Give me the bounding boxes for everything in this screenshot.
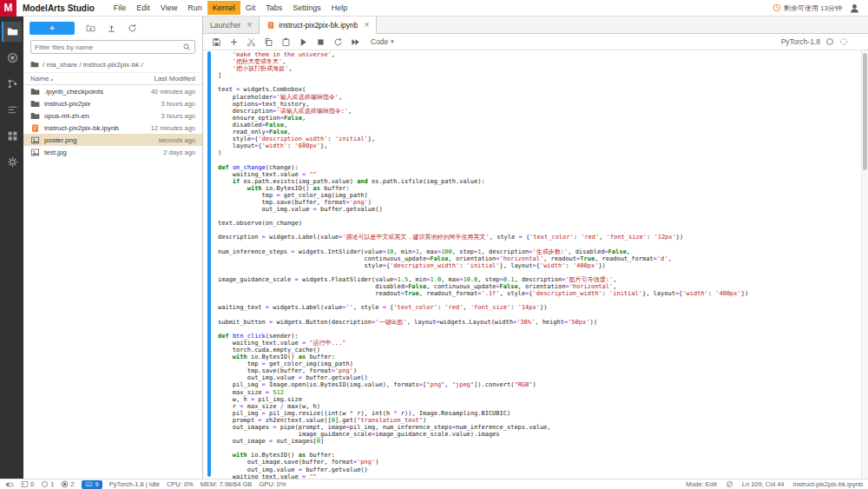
activity-extension-manager[interactable]: [2, 126, 22, 146]
kernel-idle-icon[interactable]: [825, 37, 834, 46]
breadcrumb[interactable]: / ma_share / instruct-pix2pix-bk /: [23, 57, 202, 72]
editor-mode[interactable]: Mode: Edit: [686, 480, 717, 488]
tab-bar: Launcher×instruct-pix2pix-bk.ipynb×: [203, 17, 868, 34]
activity-table-of-contents[interactable]: [2, 100, 22, 120]
user-icon[interactable]: [849, 3, 860, 14]
cell-collapser[interactable]: [207, 51, 211, 477]
toc-icon: [7, 104, 18, 116]
restart-button[interactable]: [331, 36, 345, 49]
menu-view[interactable]: View: [155, 1, 182, 15]
status-terminals[interactable]: 0: [21, 480, 34, 488]
file-row[interactable]: test.jpg2 days ago: [23, 146, 202, 158]
file-row[interactable]: poster.pngseconds ago: [23, 134, 202, 146]
save-icon: [212, 37, 221, 47]
file-browser-toolbar: +: [23, 17, 202, 38]
running-icon: [61, 480, 69, 488]
search-icon: [182, 43, 191, 51]
insert-below-icon: [229, 37, 239, 47]
run-button[interactable]: [296, 36, 310, 49]
close-icon[interactable]: ×: [364, 21, 369, 30]
interrupt-icon: [316, 37, 326, 47]
activity-file-browser[interactable]: [2, 22, 22, 42]
menu-kernel[interactable]: Kernel: [207, 1, 240, 15]
restart-run-all-button[interactable]: [348, 36, 362, 49]
topbar-right: 剩余可使用 13分钟: [773, 3, 868, 14]
menu-edit[interactable]: Edit: [131, 1, 155, 15]
activity-settings[interactable]: [2, 152, 22, 172]
modelarts-logo-icon: M: [0, 0, 16, 17]
status-kernels[interactable]: 1: [41, 480, 54, 488]
new-launcher-button[interactable]: +: [30, 22, 75, 35]
tab-instruct-pix2pix-bk-ipynb[interactable]: instruct-pix2pix-bk.ipynb×: [260, 17, 377, 34]
terminal-icon: [21, 480, 29, 488]
copy-button[interactable]: [261, 36, 275, 49]
file-row[interactable]: instruct-pix2pix3 hours ago: [23, 97, 202, 109]
status-sessions[interactable]: 2: [61, 480, 74, 488]
folder-icon: [30, 60, 39, 69]
activity-running-kernels[interactable]: [2, 48, 22, 68]
notebook-toolbar: Code ▾ PyTorch-1.8: [203, 34, 868, 50]
kernel-status[interactable]: PyTorch-1.8 | Idle: [109, 480, 160, 488]
status-bar-right: Mode: Edit Ln 109, Col 44 instruct-pix2p…: [686, 480, 863, 488]
code-cell[interactable]: 'make them in the universe', '把秋天变成冬天', …: [207, 50, 858, 479]
filter-files-input[interactable]: [35, 43, 180, 51]
menu-git[interactable]: Git: [240, 1, 261, 15]
menu-tabs[interactable]: Tabs: [260, 1, 287, 15]
restart-icon: [333, 37, 343, 47]
chevron-down-icon: ▾: [391, 38, 394, 45]
column-name[interactable]: Name ▴: [30, 75, 53, 83]
insert-below-button[interactable]: [227, 36, 240, 49]
scrollbar[interactable]: [861, 50, 868, 479]
folder-icon: [30, 99, 40, 109]
cut-icon: [247, 37, 256, 47]
folder-icon: [7, 26, 18, 37]
file-filter-box: [30, 40, 195, 54]
file-browser-panel: + / ma_share / instruct-pix2pix-bk / Nam…: [23, 17, 203, 479]
scrollbar-thumb[interactable]: [863, 53, 867, 170]
close-icon[interactable]: ×: [247, 21, 252, 30]
status-bar: 0 1 2 9 PyTorch-1.8 | Idle CPU: 0% MEM: …: [0, 479, 868, 489]
active-file-label: instruct-pix2pix-bk.ipynb: [793, 480, 863, 488]
notifications-icon[interactable]: [726, 480, 733, 488]
menu-file[interactable]: File: [108, 1, 132, 15]
refresh-icon[interactable]: [128, 23, 137, 33]
file-row[interactable]: instruct-pix2pix-bk.ipynb12 minutes ago: [23, 122, 202, 134]
kernel-indicator: PyTorch-1.8: [781, 37, 862, 46]
notebook-content: 'make them in the universe', '把秋天变成冬天', …: [203, 50, 868, 479]
paste-button[interactable]: [279, 36, 293, 49]
menu-help[interactable]: Help: [326, 1, 353, 15]
save-button[interactable]: [209, 36, 223, 49]
paste-icon: [281, 37, 291, 47]
new-folder-icon[interactable]: [86, 23, 95, 33]
interrupt-button[interactable]: [313, 36, 327, 49]
file-row[interactable]: opus-mt-zh-en3 hours ago: [23, 109, 202, 122]
status-badge[interactable]: 9: [82, 480, 102, 489]
remaining-time-label: 剩余可使用 13分钟: [784, 3, 842, 13]
gpu-usage: GPU: 0%: [259, 480, 286, 488]
mem-usage: MEM: 7.98/64 GB: [201, 480, 253, 488]
activity-git[interactable]: [2, 74, 22, 94]
cut-button[interactable]: [244, 36, 258, 49]
clock-icon: [773, 3, 781, 12]
restart-run-all-icon: [351, 37, 360, 47]
cpu-usage: CPU: 0%: [167, 480, 194, 488]
cursor-position[interactable]: Ln 109, Col 44: [742, 480, 785, 488]
running-icon: [7, 52, 18, 63]
workspace: + / ma_share / instruct-pix2pix-bk / Nam…: [0, 17, 868, 479]
column-last-modified[interactable]: Last Modified: [154, 75, 195, 83]
activity-bar: [0, 17, 23, 479]
simple-mode-toggle-icon[interactable]: [5, 480, 14, 489]
tab-launcher[interactable]: Launcher×: [203, 17, 260, 33]
upload-icon[interactable]: [107, 23, 116, 33]
menu-run[interactable]: Run: [182, 1, 207, 15]
main-area: Launcher×instruct-pix2pix-bk.ipynb× Code…: [203, 17, 868, 479]
top-menu-bar: M ModelArts Studio FileEditViewRunKernel…: [0, 0, 868, 17]
grid-icon: [7, 130, 18, 142]
code-editor[interactable]: 'make them in the universe', '把秋天变成冬天', …: [218, 50, 858, 479]
kernel-name[interactable]: PyTorch-1.8: [781, 37, 820, 46]
breadcrumb-path: / ma_share / instruct-pix2pix-bk /: [43, 61, 143, 69]
menu-settings[interactable]: Settings: [287, 1, 326, 15]
cell-type-dropdown[interactable]: Code ▾: [371, 37, 394, 46]
file-row[interactable]: .ipynb_checkpoints40 minutes ago: [23, 85, 202, 97]
image-icon: [30, 135, 40, 145]
